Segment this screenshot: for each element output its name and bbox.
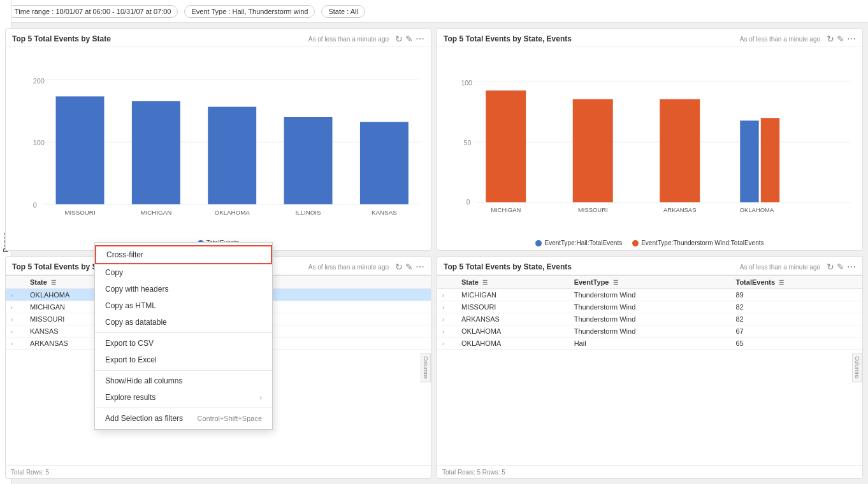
svg-text:MISSOURI: MISSOURI <box>578 206 608 213</box>
cross-filter-label: Cross-filter <box>106 250 143 259</box>
cell-total-r3: 67 <box>730 325 862 338</box>
context-menu-item-copy-html[interactable]: Copy as HTML <box>95 297 272 314</box>
chart-title-top-left: Top 5 Total Events by State <box>12 34 308 43</box>
columns-indicator-left[interactable]: Columns <box>421 353 431 382</box>
expand-arrow-1[interactable]: › <box>11 304 13 311</box>
copy-datatable-label: Copy as datatable <box>105 318 167 327</box>
table-header-bottom-right: Top 5 Total Events by State, Events As o… <box>437 257 862 275</box>
context-menu-item-explore[interactable]: Explore results › <box>95 389 272 406</box>
svg-rect-10 <box>208 107 256 204</box>
table-area-bottom-right: State ☰ EventType ☰ TotalEvents ☰ <box>437 275 862 466</box>
more-icon-top-right[interactable]: ⋯ <box>847 34 856 44</box>
state-filter-icon-left[interactable]: ☰ <box>51 280 56 286</box>
submenu-arrow-explore: › <box>259 394 262 401</box>
table-bottom-right: State ☰ EventType ☰ TotalEvents ☰ <box>437 275 862 350</box>
svg-text:ARKANSAS: ARKANSAS <box>663 206 696 213</box>
th-expand-left <box>6 276 25 289</box>
svg-rect-6 <box>56 96 105 204</box>
expand-arrow-3[interactable]: › <box>11 329 13 335</box>
copy-label: Copy <box>105 268 123 277</box>
table-row[interactable]: › MISSOURI Thunderstorm Wind 82 <box>437 301 862 313</box>
expand-r-2[interactable]: › <box>442 317 444 323</box>
more-icon-bottom-left[interactable]: ⋯ <box>416 262 424 272</box>
context-menu-item-cross-filter[interactable]: Cross-filter <box>95 245 272 264</box>
cell-state-r4: OKLAHOMA <box>456 338 569 350</box>
edit-icon-top-right[interactable]: ✎ <box>837 34 844 44</box>
table-row[interactable]: › OKLAHOMA Hail 65 <box>437 338 862 350</box>
cell-total-r2: 82 <box>730 313 862 325</box>
expand-arrow-4[interactable]: › <box>11 341 13 347</box>
chart-panel-top-left: Top 5 Total Events by State As of less t… <box>5 28 431 251</box>
cell-state-r3: OKLAHOMA <box>456 325 569 338</box>
th-state-right: State ☰ <box>456 276 569 289</box>
context-menu-item-show-hide[interactable]: Show/Hide all columns <box>95 373 272 389</box>
columns-indicator-right[interactable]: Columns <box>852 353 862 382</box>
svg-text:100: 100 <box>461 79 472 87</box>
legend-label-thunderstorm: EventType:Thunderstorm Wind:TotalEvents <box>641 239 763 246</box>
refresh-icon-bottom-left[interactable]: ↻ <box>395 262 403 272</box>
svg-rect-12 <box>284 117 333 204</box>
context-menu-item-add-selection[interactable]: Add Selection as filters Control+Shift+S… <box>95 410 272 427</box>
context-menu-item-export-csv[interactable]: Export to CSV <box>95 335 272 352</box>
table-row[interactable]: › MICHIGAN Thunderstorm Wind 89 <box>437 289 862 301</box>
export-csv-label: Export to CSV <box>105 339 154 348</box>
more-icon-bottom-right[interactable]: ⋯ <box>847 262 856 272</box>
legend-item-thunderstorm: EventType:Thunderstorm Wind:TotalEvents <box>632 239 763 246</box>
expand-arrow-0[interactable]: › <box>11 292 13 299</box>
cell-total-r4: 65 <box>730 338 862 350</box>
footer-text-right: Total Rows: 5 Rows: 5 <box>442 469 505 476</box>
totalevents-filter-icon-right[interactable]: ☰ <box>779 280 784 286</box>
svg-text:MISSOURI: MISSOURI <box>64 209 95 216</box>
edit-icon-bottom-right[interactable]: ✎ <box>837 262 844 272</box>
top-bar: Time range : 10/01/07 at 06:00 - 10/31/0… <box>0 0 868 23</box>
cell-eventtype-r1: Thunderstorm Wind <box>569 301 731 313</box>
copy-headers-label: Copy with headers <box>105 285 168 294</box>
more-icon-top-left[interactable]: ⋯ <box>416 34 424 44</box>
th-totalevents-right: TotalEvents ☰ <box>730 276 862 289</box>
add-selection-shortcut: Control+Shift+Space <box>197 415 262 422</box>
eventtype-filter-icon-right[interactable]: ☰ <box>613 280 618 286</box>
context-menu-item-copy-datatable[interactable]: Copy as datatable <box>95 314 272 331</box>
refresh-icon-top-left[interactable]: ↻ <box>395 34 403 44</box>
edit-icon-top-left[interactable]: ✎ <box>405 34 413 44</box>
svg-text:200: 200 <box>33 77 45 85</box>
explore-label: Explore results <box>105 393 156 402</box>
expand-r-4[interactable]: › <box>442 341 444 347</box>
table-row[interactable]: › ARKANSAS Thunderstorm Wind 82 <box>437 313 862 325</box>
legend-item-hail: EventType:Hail:TotalEvents <box>535 239 622 246</box>
th-eventtype-right: EventType ☰ <box>569 276 731 289</box>
expand-r-1[interactable]: › <box>442 304 444 311</box>
svg-rect-28 <box>740 120 758 202</box>
context-menu-item-copy[interactable]: Copy <box>95 264 272 281</box>
refresh-icon-top-right[interactable]: ↻ <box>827 34 834 44</box>
cell-eventtype-r3: Thunderstorm Wind <box>569 325 731 338</box>
svg-rect-29 <box>761 118 779 202</box>
table-title-bottom-right: Top 5 Total Events by State, Events <box>444 262 740 271</box>
context-menu-item-copy-headers[interactable]: Copy with headers <box>95 281 272 297</box>
svg-text:0: 0 <box>33 201 37 209</box>
filter-state[interactable]: State : All <box>321 5 365 18</box>
svg-text:0: 0 <box>467 198 470 206</box>
svg-rect-22 <box>486 90 526 202</box>
filter-timerange[interactable]: Time range : 10/01/07 at 06:00 - 10/31/0… <box>8 5 178 18</box>
chart-header-top-right: Top 5 Total Events by State, Events As o… <box>437 29 862 47</box>
table-meta-bottom-right: As of less than a minute ago <box>740 264 820 271</box>
th-expand-right <box>437 276 456 289</box>
expand-r-0[interactable]: › <box>442 292 444 299</box>
svg-text:50: 50 <box>464 139 472 146</box>
table-footer-right: Total Rows: 5 Rows: 5 <box>437 466 862 478</box>
edit-icon-bottom-left[interactable]: ✎ <box>405 262 413 272</box>
table-panel-bottom-right: Top 5 Total Events by State, Events As o… <box>437 256 863 479</box>
state-filter-icon-right[interactable]: ☰ <box>482 280 488 286</box>
menu-separator-1 <box>95 332 272 333</box>
expand-r-3[interactable]: › <box>442 329 444 335</box>
copy-html-label: Copy as HTML <box>105 301 156 310</box>
context-menu-item-export-excel[interactable]: Export to Excel <box>95 352 272 368</box>
chart-title-top-right: Top 5 Total Events by State, Events <box>444 34 740 43</box>
refresh-icon-bottom-right[interactable]: ↻ <box>827 262 834 272</box>
table-row[interactable]: › OKLAHOMA Thunderstorm Wind 67 <box>437 325 862 338</box>
svg-text:OKLAHOMA: OKLAHOMA <box>215 209 250 216</box>
filter-eventtype[interactable]: Event Type : Hail, Thunderstorm wind <box>184 5 315 18</box>
expand-arrow-2[interactable]: › <box>11 317 13 323</box>
cell-eventtype-r4: Hail <box>569 338 731 350</box>
